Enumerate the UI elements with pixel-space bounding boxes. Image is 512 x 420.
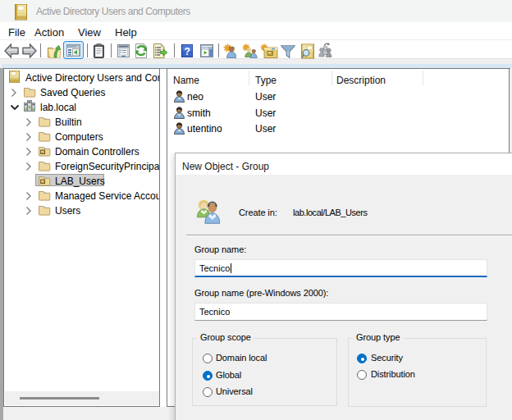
svg-text:?: ? [185, 46, 190, 57]
